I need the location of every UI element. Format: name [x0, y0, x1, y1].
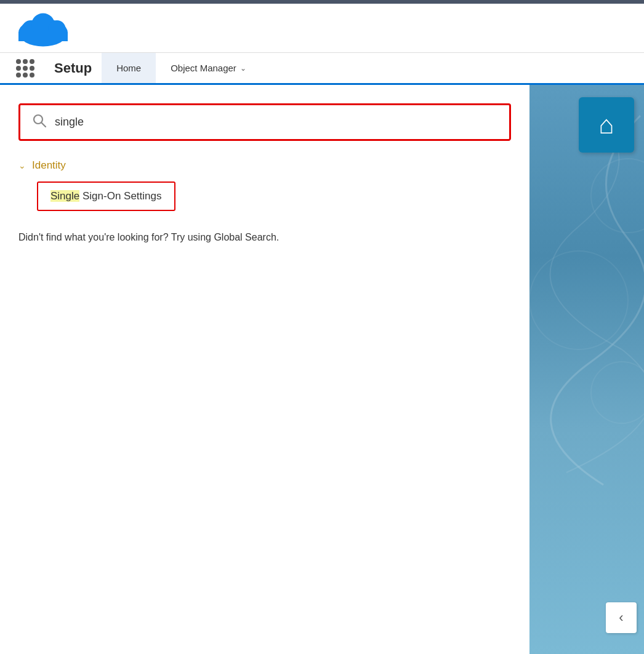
- salesforce-logo: [12, 8, 74, 48]
- sso-settings-link[interactable]: Single Sign-On Settings: [37, 181, 175, 211]
- svg-rect-4: [18, 32, 68, 41]
- home-tile-button[interactable]: ⌂: [579, 97, 634, 153]
- sso-link-container: Single Sign-On Settings: [37, 181, 511, 211]
- sso-highlight-text: Single: [50, 190, 79, 202]
- identity-section-header: ⌄ Identity: [18, 159, 511, 172]
- app-launcher-button[interactable]: [6, 53, 44, 83]
- main-layout: ⌄ Identity Single Sign-On Settings Didn'…: [0, 85, 644, 654]
- collapse-panel-button[interactable]: ‹: [606, 602, 637, 633]
- svg-point-8: [529, 251, 628, 349]
- tab-object-manager-label: Object Manager: [171, 63, 236, 73]
- decorative-swirls: [529, 85, 644, 654]
- grid-icon: [16, 59, 34, 78]
- right-panel: ⌂ ‹: [529, 85, 644, 654]
- nav-bar: Setup Home Object Manager ⌄: [0, 53, 644, 85]
- setup-label: Setup: [44, 53, 102, 83]
- logo-bar: [0, 4, 644, 53]
- search-icon: [33, 114, 46, 130]
- home-icon: ⌂: [598, 110, 614, 140]
- chevron-left-icon: ‹: [619, 610, 623, 626]
- tab-home[interactable]: Home: [102, 53, 156, 83]
- search-container: [18, 103, 511, 141]
- global-search-message: Didn't find what you're looking for? Try…: [18, 229, 511, 245]
- svg-line-6: [42, 123, 46, 127]
- search-input[interactable]: [55, 116, 497, 129]
- left-panel: ⌄ Identity Single Sign-On Settings Didn'…: [0, 85, 529, 654]
- tab-home-label: Home: [116, 63, 141, 73]
- svg-point-9: [591, 362, 644, 423]
- chevron-down-icon: ⌄: [18, 161, 26, 170]
- chevron-down-icon: ⌄: [240, 64, 246, 73]
- sso-rest-text: Sign-On Settings: [79, 190, 161, 202]
- tab-object-manager[interactable]: Object Manager ⌄: [156, 53, 261, 83]
- identity-section-title: Identity: [32, 159, 66, 172]
